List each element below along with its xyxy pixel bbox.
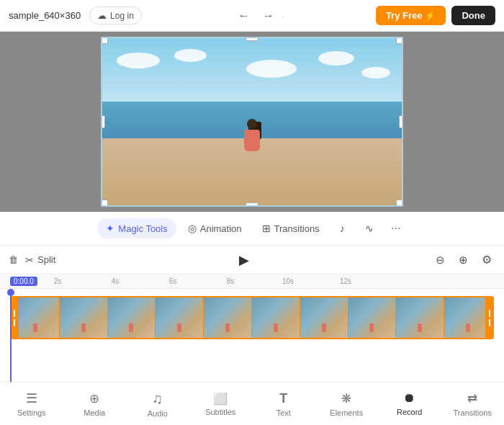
thumb-figure (418, 323, 422, 332)
project-name: sample_640×360 (9, 10, 81, 21)
transitions-icon: ⊞ (262, 223, 271, 234)
handle-line (489, 310, 490, 317)
handle-tr[interactable] (396, 37, 403, 44)
nav-item-text[interactable]: T Text (252, 387, 315, 421)
animation-label: Animation (200, 223, 242, 234)
nav-item-transitions[interactable]: ⇄ Transitions (441, 387, 505, 421)
ruler-6s: 6s (169, 277, 177, 285)
audio-curve-button[interactable]: ∿ (356, 218, 382, 238)
handle-top[interactable] (246, 37, 258, 41)
animation-icon: ◎ (188, 223, 197, 234)
record-icon: ⏺ (403, 391, 415, 406)
play-button[interactable]: ▶ (233, 249, 256, 272)
thumb-figure (322, 323, 326, 332)
subtitles-icon: ⬜ (213, 392, 228, 406)
timeline-controls: 🗑 ✂ Split ▶ ⊖ ⊕ ⚙ (0, 246, 504, 274)
ruler-4s: 4s (112, 277, 120, 285)
delete-button[interactable]: 🗑 (9, 254, 18, 265)
current-time-badge: 0:00.0 (10, 277, 37, 286)
handle-br[interactable] (396, 200, 403, 207)
track-thumb-3 (108, 298, 156, 338)
login-button[interactable]: ☁ Log in (89, 6, 142, 24)
handle-left[interactable] (101, 115, 105, 128)
settings-label: Settings (17, 408, 46, 417)
hamburger-icon: ☰ (26, 390, 37, 406)
timeline-left: 🗑 ✂ Split (9, 254, 55, 266)
subtitles-label: Subtitles (205, 408, 235, 416)
more-button[interactable]: ··· (385, 218, 407, 239)
playhead[interactable] (10, 289, 12, 382)
thumb-img (156, 298, 203, 338)
toolbar: ✦ Magic Tools ◎ Animation ⊞ Transitions … (0, 212, 504, 246)
track-thumb-1 (12, 298, 60, 338)
magic-tools-button[interactable]: ✦ Magic Tools (97, 218, 176, 238)
ruler-2s: 2s (54, 277, 62, 285)
scissors-icon: ✂ (25, 254, 34, 266)
zoom-in-icon: ⊕ (459, 254, 468, 267)
separator: · (282, 10, 284, 22)
try-free-button[interactable]: Try Free ⚡ (376, 6, 446, 25)
redo-button[interactable]: → (257, 5, 279, 27)
audio-settings-button[interactable]: ♪ (331, 218, 354, 238)
nav-item-settings[interactable]: ☰ Settings (0, 386, 63, 421)
track-thumb-7 (300, 298, 348, 338)
transitions-button[interactable]: ⊞ Transitions (253, 218, 328, 238)
thumb-img (252, 298, 300, 338)
track-thumb-6 (252, 298, 300, 338)
nav-item-media[interactable]: ⊕ Media (63, 387, 127, 421)
thumb-figure (129, 323, 133, 332)
timeline-track-area (0, 289, 504, 382)
magic-tools-label: Magic Tools (118, 223, 167, 234)
try-free-label: Try Free (386, 10, 423, 21)
top-bar: sample_640×360 ☁ Log in ← → · Try Free ⚡… (0, 0, 504, 32)
track-thumb-5 (204, 298, 252, 338)
split-label: Split (37, 254, 55, 265)
timeline-settings-button[interactable]: ⚙ (478, 251, 495, 269)
animation-button[interactable]: ◎ Animation (179, 218, 251, 238)
track-thumb-9 (396, 298, 444, 338)
handle-line (489, 319, 490, 326)
nav-item-audio[interactable]: ♫ Audio (126, 386, 189, 422)
nav-item-elements[interactable]: ❋ Elements (315, 387, 379, 421)
handle-bl[interactable] (101, 200, 108, 207)
cloud2 (174, 49, 207, 62)
media-icon: ⊕ (89, 391, 99, 406)
volume-icon: ♪ (340, 223, 345, 234)
thumb-img (60, 298, 107, 338)
text-label: Text (276, 408, 291, 417)
track-right-handle[interactable] (485, 296, 494, 339)
zoom-out-icon: ⊖ (436, 254, 445, 267)
undo-button[interactable]: ← (233, 5, 254, 27)
handle-line (14, 319, 15, 326)
ruler-8s: 8s (227, 277, 235, 285)
zoom-in-button[interactable]: ⊕ (455, 251, 472, 269)
zoom-out-button[interactable]: ⊖ (432, 251, 449, 269)
track-thumb-8 (348, 298, 397, 338)
figure-head (247, 119, 257, 129)
thumb-img (396, 298, 444, 338)
handle-lines-right (489, 310, 490, 326)
handle-bottom[interactable] (246, 202, 258, 207)
timeline-right: ⊖ ⊕ ⚙ (432, 251, 495, 269)
handle-right[interactable] (399, 115, 403, 128)
transitions-nav-label: Transitions (454, 408, 492, 417)
track-thumb-2 (60, 298, 108, 338)
thumb-img (348, 298, 396, 338)
top-bar-left: sample_640×360 ☁ Log in (9, 6, 142, 24)
bottom-nav: ☰ Settings ⊕ Media ♫ Audio ⬜ Subtitles T… (0, 382, 504, 425)
thumb-img (108, 298, 156, 338)
thumb-figure (466, 323, 470, 332)
curve-icon: ∿ (365, 223, 374, 234)
split-button[interactable]: ✂ Split (25, 254, 55, 266)
thumb-figure (369, 323, 374, 332)
top-bar-center: ← → · (233, 5, 284, 27)
elements-icon: ❋ (341, 391, 351, 406)
handle-tl[interactable] (101, 37, 108, 44)
thumb-figure (177, 323, 181, 332)
cloud-icon: ☁ (97, 10, 107, 21)
done-button[interactable]: Done (451, 6, 495, 25)
nav-item-record[interactable]: ⏺ Record (378, 387, 441, 421)
timeline-track[interactable] (10, 296, 494, 339)
nav-item-subtitles[interactable]: ⬜ Subtitles (189, 388, 253, 421)
magic-tools-icon: ✦ (106, 223, 114, 234)
